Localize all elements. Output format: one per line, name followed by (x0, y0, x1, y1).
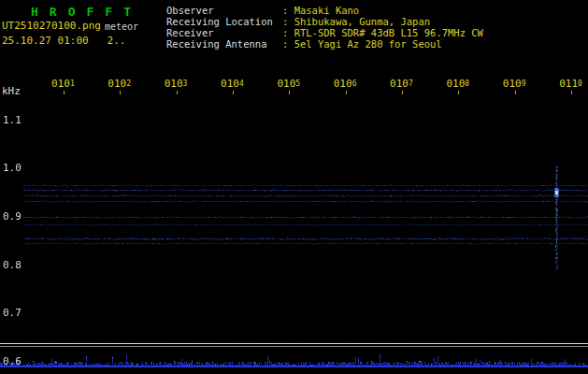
info-label: Receiving Location (166, 16, 282, 27)
x-tick-mark (233, 91, 234, 94)
x-tick-label: 0103 (165, 79, 188, 90)
x-tick-label: 0106 (334, 79, 357, 90)
info-value: : 5el Yagi Az 280 for Seoul (282, 38, 442, 50)
x-tick-mark (177, 91, 178, 94)
hrofft-screenshot: HROFFT UT2510270100.png meteor 25.10.27 … (0, 0, 588, 374)
x-tick-mark (571, 91, 572, 94)
x-tick-label: 0101 (51, 79, 75, 90)
output-filename: UT2510270100.png (2, 20, 101, 32)
y-tick-label: 0.9 (3, 211, 22, 223)
y-tick-label: 1.1 (3, 115, 22, 126)
noise-level-strip-canvas (0, 347, 588, 367)
station-info: Observer : Masaki Kano Receiving Locatio… (166, 5, 483, 50)
x-tick-mark (64, 91, 65, 94)
x-tick-mark (458, 91, 459, 94)
info-label: Observer (166, 5, 282, 16)
y-tick-label: 1.0 (3, 163, 22, 174)
info-row-receiver: Receiver : RTL-SDR SDR# 43dB L15 96.7MHz… (166, 27, 483, 38)
info-value: : RTL-SDR SDR# 43dB L15 96.7MHz CW (282, 27, 483, 38)
info-row-observer: Observer : Masaki Kano (166, 5, 483, 16)
x-tick-mark (289, 91, 290, 94)
x-tick-label: 0105 (277, 79, 300, 90)
x-tick-label: 0110 (559, 79, 582, 90)
info-row-antenna: Receiving Antenna : 5el Yagi Az 280 for … (166, 38, 483, 50)
datetime-line: 25.10.27 01:00 2.. (2, 35, 125, 47)
x-tick-label: 0102 (108, 79, 131, 90)
x-tick-mark (515, 91, 516, 94)
y-tick-label: 0.7 (3, 308, 22, 319)
x-tick-mark (120, 91, 121, 94)
info-row-location: Receiving Location : Shibukawa, Gunma, J… (166, 16, 483, 27)
x-tick-mark (402, 91, 403, 94)
info-label: Receiving Antenna (166, 38, 282, 50)
x-tick-label: 0104 (221, 79, 244, 90)
y-axis-unit-label: kHz (2, 85, 21, 97)
info-label: Receiver (166, 27, 282, 38)
x-tick-label: 0107 (390, 79, 413, 90)
info-value: : Shibukawa, Gunma, Japan (282, 16, 430, 27)
level-baseline-line (0, 343, 588, 344)
spectrogram-canvas (23, 94, 588, 367)
y-tick-label: 0.6 (3, 356, 22, 367)
y-tick-label: 0.8 (3, 260, 22, 271)
x-tick-mark (346, 91, 347, 94)
level-secondary-line (0, 346, 588, 347)
observation-tag: meteor (105, 22, 138, 32)
info-value: : Masaki Kano (282, 5, 359, 16)
x-tick-label: 0108 (446, 79, 469, 90)
x-tick-label: 0109 (503, 79, 526, 90)
app-title: HROFFT (31, 5, 142, 19)
